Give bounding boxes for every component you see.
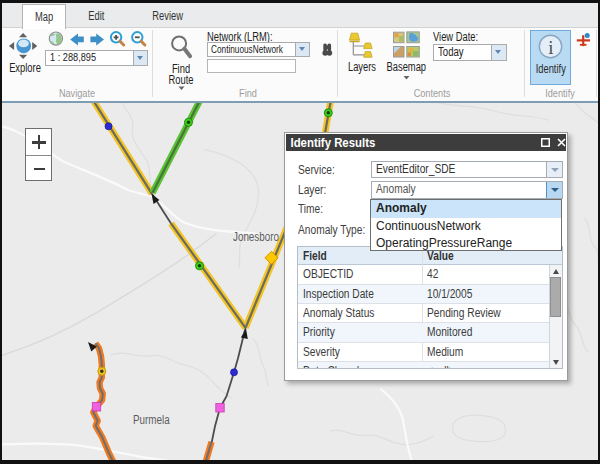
svg-text:i: i	[548, 37, 553, 58]
svg-text:Identify Results: Identify Results	[291, 136, 376, 149]
